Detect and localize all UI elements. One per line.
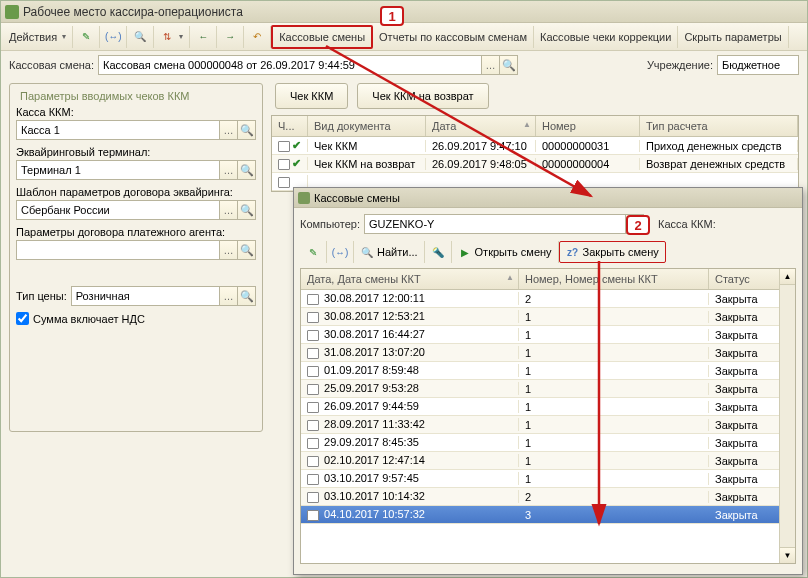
session-field[interactable]: Кассовая смена 000000048 от 26.09.2017 9… xyxy=(98,55,482,75)
magnifier-icon[interactable]: 🔍 xyxy=(238,200,256,220)
table-row[interactable]: ✔Чек ККМ26.09.2017 9:47:1000000000031При… xyxy=(272,137,798,155)
table-row[interactable]: 30.08.2017 12:00:112Закрыта xyxy=(301,290,795,308)
col-shift-date[interactable]: Дата, Дата смены ККТ▲ xyxy=(301,269,519,289)
table-row[interactable]: 29.09.2017 8:45:351Закрыта xyxy=(301,434,795,452)
modal-title-bar[interactable]: Кассовые смены xyxy=(294,188,802,208)
cell-shift-date: 29.09.2017 8:45:35 xyxy=(301,436,519,449)
edit-icon[interactable]: ✎ xyxy=(73,26,100,48)
cell-shift-date: 30.08.2017 12:00:11 xyxy=(301,292,519,305)
cell-shift-date: 03.10.2017 10:14:32 xyxy=(301,490,519,503)
receipt-button[interactable]: Чек ККМ xyxy=(275,83,348,109)
scrollbar[interactable]: ▲ ▼ xyxy=(779,269,795,563)
magnifier-icon[interactable]: 🔍 xyxy=(238,160,256,180)
acquiring-field[interactable]: Терминал 1 xyxy=(16,160,220,180)
magnifier-icon[interactable]: 🔍 xyxy=(500,55,518,75)
table-row[interactable]: 31.08.2017 13:07:201Закрыта xyxy=(301,344,795,362)
tab-cash-sessions[interactable]: Кассовые смены xyxy=(271,25,373,49)
table-row[interactable]: ✔Чек ККМ на возврат26.09.2017 9:48:05000… xyxy=(272,155,798,173)
cell-status: Закрыта xyxy=(709,347,789,359)
institution-field[interactable]: Бюджетное xyxy=(717,55,799,75)
doc-icon xyxy=(307,330,319,341)
table-row[interactable]: 04.10.2017 10:57:323Закрыта xyxy=(301,506,795,524)
select-btn-icon[interactable]: … xyxy=(220,200,238,220)
agent-field[interactable] xyxy=(16,240,220,260)
computer-field[interactable]: GUZENKO-Y xyxy=(364,214,626,234)
table-row[interactable]: 02.10.2017 12:47:141Закрыта xyxy=(301,452,795,470)
table-row[interactable]: 01.09.2017 8:59:481Закрыта xyxy=(301,362,795,380)
col-number[interactable]: Номер xyxy=(536,116,640,136)
close-shift-button[interactable]: z?Закрыть смену xyxy=(559,241,666,263)
magnifier-icon[interactable]: 🔍 xyxy=(238,286,256,306)
col-doctype[interactable]: Вид документа xyxy=(308,116,426,136)
table-row[interactable]: 30.08.2017 16:44:271Закрыта xyxy=(301,326,795,344)
grid-header: Ч... Вид документа Дата▲ Номер Тип расче… xyxy=(272,116,798,137)
select-btn-icon[interactable]: … xyxy=(482,55,500,75)
table-row[interactable]: 03.10.2017 9:57:451Закрыта xyxy=(301,470,795,488)
template-field[interactable]: Сбербанк России xyxy=(16,200,220,220)
select-btn-icon[interactable]: … xyxy=(220,160,238,180)
doc-icon xyxy=(278,141,290,152)
cell-number: 00000000004 xyxy=(536,158,640,170)
cell-status: Закрыта xyxy=(709,491,789,503)
table-row[interactable]: 25.09.2017 9:53:281Закрыта xyxy=(301,380,795,398)
select-btn-icon[interactable]: … xyxy=(220,286,238,306)
cell-status: Закрыта xyxy=(709,311,789,323)
col-mark[interactable]: Ч... xyxy=(272,116,308,136)
tab-correction-checks[interactable]: Кассовые чеки коррекции xyxy=(534,26,678,48)
magnifier-icon[interactable]: 🔍 xyxy=(238,240,256,260)
refresh-icon[interactable]: (↔) xyxy=(100,26,127,48)
app-icon xyxy=(5,5,19,19)
cell-shift-date: 25.09.2017 9:53:28 xyxy=(301,382,519,395)
refresh-icon[interactable]: (↔) xyxy=(327,241,354,263)
checks-grid[interactable]: Ч... Вид документа Дата▲ Номер Тип расче… xyxy=(271,115,799,192)
find-button[interactable]: 🔍Найти... xyxy=(354,241,425,263)
find-icon[interactable]: 🔍 xyxy=(127,26,154,48)
vat-checkbox[interactable] xyxy=(16,312,29,325)
price-field[interactable]: Розничная xyxy=(71,286,220,306)
table-row[interactable]: 26.09.2017 9:44:591Закрыта xyxy=(301,398,795,416)
edit-icon[interactable]: ✎ xyxy=(300,241,327,263)
kassa-field[interactable]: Касса 1 xyxy=(16,120,220,140)
cell-shift-num: 2 xyxy=(519,491,709,503)
col-calctype[interactable]: Тип расчета xyxy=(640,116,798,136)
callout-1: 1 xyxy=(380,6,404,26)
cell-status: Закрыта xyxy=(709,419,789,431)
doc-icon xyxy=(307,348,319,359)
col-shift-num[interactable]: Номер, Номер смены ККТ xyxy=(519,269,709,289)
col-status[interactable]: Статус xyxy=(709,269,789,289)
table-row[interactable]: 03.10.2017 10:14:322Закрыта xyxy=(301,488,795,506)
cell-shift-num: 3 xyxy=(519,509,709,521)
table-row[interactable]: 28.09.2017 11:33:421Закрыта xyxy=(301,416,795,434)
select-btn-icon[interactable]: … xyxy=(220,240,238,260)
tab-cash-reports[interactable]: Отчеты по кассовым сменам xyxy=(373,26,534,48)
window-title: Рабочее место кассира-операциониста xyxy=(23,5,243,19)
cell-number: 00000000031 xyxy=(536,140,640,152)
undo-icon[interactable]: ↶ xyxy=(244,26,271,48)
scroll-up-icon[interactable]: ▲ xyxy=(780,269,795,285)
sessions-modal: Кассовые смены Компьютер: GUZENKO-Y × Ка… xyxy=(293,187,803,575)
tab-hide-params[interactable]: Скрыть параметры xyxy=(678,26,788,48)
clear-find-icon[interactable]: 🔦 xyxy=(425,241,452,263)
actions-menu[interactable]: Действия▾ xyxy=(3,26,73,48)
select-btn-icon[interactable]: … xyxy=(220,120,238,140)
table-row[interactable]: 30.08.2017 12:53:211Закрыта xyxy=(301,308,795,326)
kassa-label: Касса ККМ: xyxy=(16,106,256,118)
doc-icon xyxy=(307,492,319,503)
cell-shift-num: 2 xyxy=(519,293,709,305)
open-shift-button[interactable]: ▶Открыть смену xyxy=(452,241,559,263)
filter-icon[interactable]: ⇅▾ xyxy=(154,26,190,48)
price-label: Тип цены: xyxy=(16,290,67,302)
cell-status: Закрыта xyxy=(709,437,789,449)
doc-icon xyxy=(307,456,319,467)
scroll-down-icon[interactable]: ▼ xyxy=(780,547,795,563)
doc-icon xyxy=(307,312,319,323)
magnifier-icon[interactable]: 🔍 xyxy=(238,120,256,140)
return-button[interactable]: Чек ККМ на возврат xyxy=(357,83,488,109)
doc-icon xyxy=(307,438,319,449)
nav-fwd-icon[interactable]: → xyxy=(217,26,244,48)
sessions-grid[interactable]: Дата, Дата смены ККТ▲ Номер, Номер смены… xyxy=(300,268,796,564)
cell-status: Закрыта xyxy=(709,455,789,467)
nav-back-icon[interactable]: ← xyxy=(190,26,217,48)
col-date[interactable]: Дата▲ xyxy=(426,116,536,136)
cell-calctype: Приход денежных средств xyxy=(640,140,798,152)
